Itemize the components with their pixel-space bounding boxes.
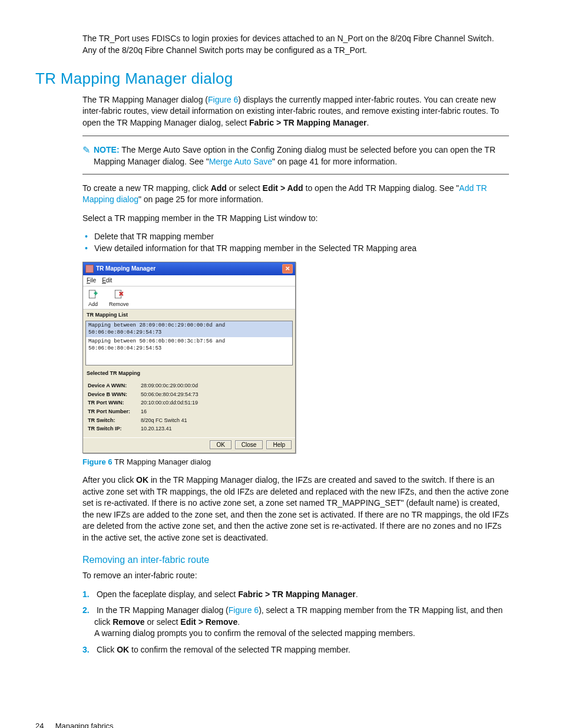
list-item[interactable]: Mapping between 50:06:0b:00:00:3c:b7:56 … [86, 337, 292, 353]
toolbar: Add Remove [83, 286, 295, 310]
detail-key: TR Switch IP: [88, 425, 141, 433]
note-icon: ✎ [82, 144, 90, 156]
mapping-list[interactable]: Mapping between 28:09:00:0c:29:00:00:0d … [85, 321, 293, 365]
detail-row: TR Port WWN:20:10:00:c0:dd:0d:51:19 [88, 399, 290, 407]
detail-key: TR Switch: [88, 417, 141, 424]
detail-value: 28:09:00:0c:29:00:00:0d [141, 382, 198, 390]
detail-key: Device A WWN: [88, 382, 141, 390]
intro-paragraph: The TR_Port uses FDISCs to login proxies… [82, 33, 509, 56]
detail-row: Device B WWN:50:06:0e:80:04:29:54:73 [88, 391, 290, 398]
subsection-heading: Removing an inter-fabric route [82, 554, 509, 566]
detail-row: TR Switch:8/20q FC Switch 41 [88, 417, 290, 424]
merge-auto-save-link[interactable]: Merge Auto Save [209, 157, 272, 166]
figure-6-link[interactable]: Figure 6 [229, 605, 259, 615]
detail-key: TR Port Number: [88, 408, 141, 416]
detail-row: Device A WWN:28:09:00:0c:29:00:00:0d [88, 382, 290, 390]
help-button[interactable]: Help [266, 440, 292, 449]
note-block: ✎ NOTE: The Merge Auto Save option in th… [82, 144, 509, 167]
bullet-list: Delete that TR mapping member View detai… [82, 231, 509, 254]
body-paragraph: Select a TR mapping member in the TR Map… [82, 213, 509, 225]
selected-details: Device A WWN:28:09:00:0c:29:00:00:0dDevi… [83, 378, 295, 437]
selected-label: Selected TR Mapping [83, 368, 295, 379]
detail-key: TR Port WWN: [88, 399, 141, 407]
ordered-steps: Open the faceplate display, and select F… [82, 589, 509, 656]
section-heading: TR Mapping Manager dialog [35, 68, 509, 89]
page-footer: 24 Managing fabrics [35, 721, 509, 728]
note-label: NOTE: [94, 145, 120, 154]
footer-section: Managing fabrics [55, 722, 114, 728]
detail-value: 16 [141, 408, 147, 416]
body-paragraph: To create a new TR mapping, click Add or… [82, 183, 509, 206]
close-button[interactable]: Close [235, 440, 263, 449]
page-number: 24 [35, 721, 53, 728]
detail-row: TR Switch IP:10.20.123.41 [88, 425, 290, 433]
detail-value: 20:10:00:c0:dd:0d:51:19 [141, 399, 198, 407]
tr-mapping-manager-dialog: TR Mapping Manager ✕ File Edit Add Remov… [82, 262, 296, 453]
detail-row: TR Port Number:16 [88, 408, 290, 416]
close-icon[interactable]: ✕ [282, 264, 293, 274]
add-button[interactable]: Add [88, 289, 98, 308]
button-bar: OK Close Help [83, 437, 295, 453]
menu-bar: File Edit [83, 275, 295, 286]
detail-value: 50:06:0e:80:04:29:54:73 [141, 391, 199, 398]
body-paragraph: After you click OK in the TR Mapping Man… [82, 475, 509, 544]
divider [82, 136, 509, 136]
body-paragraph: To remove an inter-fabric route: [82, 570, 509, 582]
detail-key: Device B WWN: [88, 391, 141, 398]
ok-button[interactable]: OK [210, 440, 231, 449]
figure-caption: Figure 6 TR Mapping Manager dialog [82, 457, 509, 467]
dialog-titlebar[interactable]: TR Mapping Manager ✕ [83, 262, 295, 275]
figure-6-link[interactable]: Figure 6 [208, 95, 238, 104]
remove-icon [114, 289, 124, 299]
list-item: Delete that TR mapping member [94, 231, 509, 243]
divider [82, 174, 509, 174]
list-item: In the TR Mapping Manager dialog (Figure… [94, 605, 509, 640]
menu-file[interactable]: File [87, 276, 96, 285]
body-paragraph: The TR Mapping Manager dialog (Figure 6)… [82, 94, 509, 129]
detail-value: 8/20q FC Switch 41 [141, 417, 187, 424]
add-icon [88, 289, 98, 299]
dialog-title: TR Mapping Manager [96, 265, 156, 273]
list-item: View detailed information for that TR ma… [94, 243, 509, 255]
list-item: Click OK to confirm the removal of the s… [94, 644, 509, 656]
app-icon [85, 265, 94, 273]
list-item[interactable]: Mapping between 28:09:00:0c:29:00:00:0d … [86, 321, 292, 337]
remove-button[interactable]: Remove [109, 289, 129, 308]
detail-value: 10.20.123.41 [141, 425, 172, 433]
svg-rect-0 [89, 290, 95, 298]
list-label: TR Mapping List [83, 309, 295, 321]
list-item: Open the faceplate display, and select F… [94, 589, 509, 601]
menu-edit[interactable]: Edit [102, 276, 112, 285]
